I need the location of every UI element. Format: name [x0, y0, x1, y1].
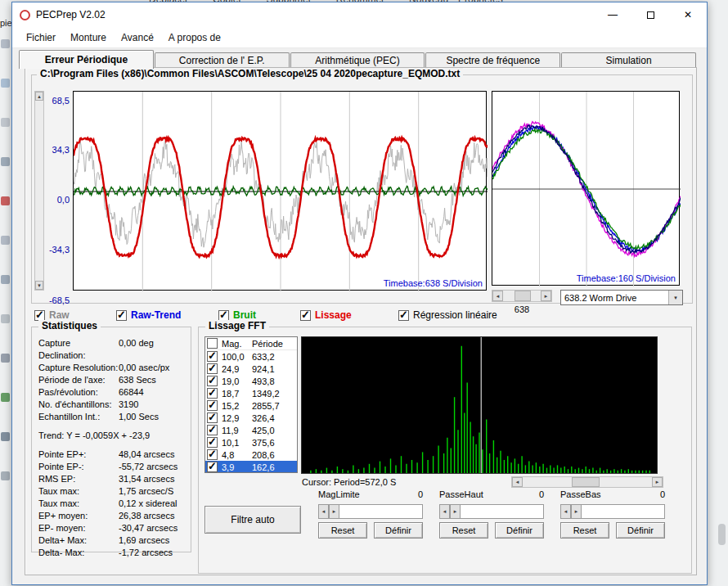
spinner-right-icon[interactable] [329, 504, 339, 519]
worm-scroll-track[interactable] [503, 291, 541, 301]
menu-item[interactable]: Avancé [114, 29, 161, 47]
statistic-value: 26,38 arcsecs [119, 510, 174, 522]
fft-list-row[interactable]: 12,9 326,4 [205, 412, 297, 424]
reset-button[interactable]: Reset [439, 522, 488, 539]
spinner-left-icon[interactable] [318, 504, 329, 519]
series-toggle[interactable]: Lissage [300, 309, 398, 321]
series-checkbox[interactable] [116, 310, 127, 321]
background-app-icon[interactable] [1, 157, 10, 166]
series-checkbox[interactable] [218, 310, 229, 321]
series-toggle[interactable]: Raw-Trend [116, 309, 218, 321]
series-checkbox[interactable] [34, 310, 45, 321]
series-toggle[interactable]: Raw [34, 309, 116, 321]
series-toggle[interactable]: Bruit [218, 309, 300, 321]
fft-row-checkbox[interactable] [207, 388, 218, 399]
statistic-value: -1,72 arcsecs [119, 547, 173, 559]
fft-list-row[interactable]: 100,0 633,2 [205, 350, 297, 363]
maximize-button[interactable] [631, 2, 669, 27]
y-axis-tick: 34,3 [52, 145, 70, 155]
select-all-checkbox[interactable] [207, 338, 218, 349]
menu-item[interactable]: A propos de [161, 29, 228, 47]
vertical-scroll-track[interactable] [35, 101, 43, 281]
spinner-value-box[interactable] [461, 504, 544, 519]
fft-row-checkbox[interactable] [207, 351, 218, 362]
spinner-left-icon[interactable] [560, 504, 571, 519]
fft-row-checkbox[interactable] [207, 412, 218, 423]
menu-item[interactable]: Monture [63, 29, 114, 47]
fft-frequency-list[interactable]: Mag. Période 100,0 633,2 [204, 336, 298, 473]
background-app-icon[interactable] [1, 79, 10, 88]
minimize-button[interactable]: — [594, 2, 631, 27]
reset-button[interactable]: Reset [318, 522, 367, 539]
fft-row-checkbox[interactable] [207, 400, 218, 411]
scroll-right-icon[interactable] [652, 477, 663, 487]
fft-scroll-thumb[interactable] [572, 477, 600, 487]
fft-row-mag: 3,9 [222, 462, 248, 472]
fft-row-checkbox[interactable] [207, 376, 218, 386]
scroll-right-icon[interactable] [541, 291, 551, 301]
fft-row-checkbox[interactable] [207, 437, 218, 448]
fft-list-row[interactable]: 24,9 924,1 [205, 363, 297, 375]
scroll-up-icon[interactable] [35, 92, 43, 101]
tab[interactable]: Simulation [561, 52, 696, 68]
series-toggle[interactable]: Régression linéaire [398, 309, 497, 321]
chart-vertical-scrollbar[interactable] [34, 91, 44, 291]
spinner-value-box[interactable] [582, 504, 665, 519]
tab[interactable]: Correction de l' E.P. [155, 52, 290, 68]
title-bar[interactable]: PECPrep V2.02 — ✕ [12, 2, 707, 27]
worm-drive-dropdown[interactable]: 638.2 Worm Drive [560, 290, 683, 305]
fft-row-checkbox[interactable] [207, 449, 218, 460]
spinner-right-icon[interactable] [571, 504, 582, 519]
tab[interactable]: Erreur Périodique [19, 50, 154, 69]
scroll-left-icon[interactable] [492, 291, 503, 301]
background-app-icon[interactable] [1, 275, 10, 284]
background-app-icon[interactable] [1, 432, 10, 441]
fft-list-row[interactable]: 4,8 208,6 [205, 449, 297, 461]
background-app-icon[interactable] [1, 393, 10, 402]
filter-spinner[interactable] [560, 504, 665, 519]
auto-filter-button[interactable]: Filtre auto [204, 506, 301, 534]
background-app-icon[interactable] [1, 354, 10, 363]
fft-list-row[interactable]: 10,1 375,6 [205, 436, 297, 449]
scroll-left-icon[interactable] [512, 477, 523, 487]
filter-spinner[interactable] [318, 504, 423, 519]
background-app-icon[interactable] [1, 196, 10, 205]
define-button[interactable]: Définir [374, 522, 423, 539]
worm-scroll-thumb[interactable] [515, 291, 531, 301]
background-app-icon[interactable] [1, 314, 10, 323]
reset-button[interactable]: Reset [560, 522, 609, 539]
background-app-icon[interactable] [1, 118, 10, 127]
series-checkbox[interactable] [300, 310, 311, 321]
menu-item[interactable]: Fichier [19, 29, 63, 47]
close-button[interactable]: ✕ [669, 2, 707, 27]
background-app-icon[interactable] [1, 471, 10, 480]
fft-spectrum-chart[interactable] [301, 336, 658, 474]
fft-row-checkbox[interactable] [207, 425, 218, 435]
fft-scroll-track[interactable] [523, 477, 652, 487]
spinner-value-box[interactable] [339, 504, 423, 519]
tab[interactable]: Arithmétique (PEC) [290, 52, 425, 68]
chevron-down-icon[interactable] [668, 291, 682, 304]
background-app-icon[interactable] [1, 236, 10, 245]
series-label: Raw [49, 309, 70, 321]
worm-cycle-scrollbar[interactable] [492, 290, 552, 302]
spinner-right-icon[interactable] [450, 504, 461, 519]
spinner-left-icon[interactable] [439, 504, 450, 519]
mag-column-header: Mag. [222, 339, 248, 349]
fft-scrollbar[interactable] [511, 476, 663, 488]
fft-list-row[interactable]: 19,0 493,8 [205, 375, 297, 387]
fft-list-row[interactable]: 3,9 162,6 [205, 461, 297, 473]
filter-spinner[interactable] [439, 504, 544, 519]
fft-list-row[interactable]: 11,9 425,0 [205, 424, 297, 436]
define-button[interactable]: Définir [616, 522, 665, 539]
series-checkbox[interactable] [398, 310, 409, 321]
fft-list-row[interactable]: 18,7 1349,2 [205, 387, 297, 399]
background-app-icon[interactable] [1, 39, 10, 48]
fft-row-checkbox[interactable] [207, 363, 218, 374]
background-scrollbar[interactable] [718, 524, 726, 545]
scroll-down-icon[interactable] [35, 281, 43, 290]
fft-row-checkbox[interactable] [207, 462, 218, 472]
define-button[interactable]: Définir [495, 522, 544, 539]
tab[interactable]: Spectre de fréquence [425, 52, 560, 68]
fft-list-row[interactable]: 15,2 2855,7 [205, 399, 297, 412]
